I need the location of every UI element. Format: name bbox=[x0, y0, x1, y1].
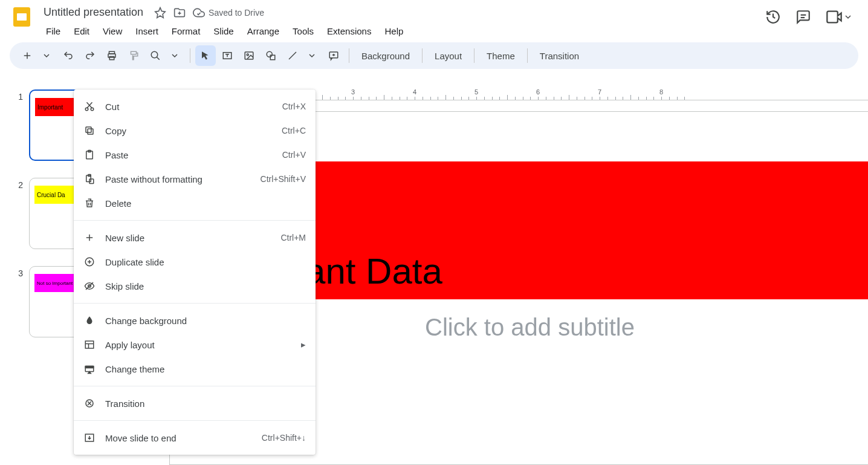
menu-arrange[interactable]: Arrange bbox=[241, 24, 285, 39]
menu-tools[interactable]: Tools bbox=[287, 24, 320, 39]
line-dropdown[interactable] bbox=[302, 45, 322, 66]
comment-tool[interactable] bbox=[323, 45, 344, 66]
ruler-label: 6 bbox=[536, 88, 540, 96]
background-button[interactable]: Background bbox=[354, 51, 417, 61]
slides-logo[interactable] bbox=[10, 5, 34, 29]
present-button[interactable] bbox=[826, 8, 851, 25]
context-menu-change-theme[interactable]: Change theme bbox=[74, 357, 316, 381]
context-menu-label: Change background bbox=[105, 316, 296, 326]
context-menu-copy[interactable]: Copy Ctrl+C bbox=[74, 119, 316, 143]
context-menu-label: Cut bbox=[105, 102, 273, 112]
svg-rect-46 bbox=[85, 366, 94, 368]
image-tool[interactable] bbox=[239, 45, 259, 66]
context-menu-label: Skip slide bbox=[105, 281, 296, 291]
shortcut-text: Ctrl+C bbox=[282, 126, 306, 135]
context-menu-delete[interactable]: Delete bbox=[74, 191, 316, 215]
svg-line-18 bbox=[289, 52, 296, 59]
menu-slide[interactable]: Slide bbox=[207, 24, 239, 39]
svg-rect-42 bbox=[85, 341, 94, 348]
duplicate-icon bbox=[83, 256, 96, 267]
delete-icon bbox=[83, 198, 96, 209]
context-menu-label: Paste without formatting bbox=[105, 174, 251, 184]
context-menu-paste-without-formatting[interactable]: Paste without formatting Ctrl+Shift+V bbox=[74, 167, 316, 191]
select-tool[interactable] bbox=[195, 45, 216, 66]
history-icon[interactable] bbox=[765, 9, 781, 25]
separator bbox=[527, 48, 528, 63]
doc-title-input[interactable]: Untitled presentation bbox=[40, 5, 147, 20]
textbox-tool[interactable] bbox=[217, 45, 238, 66]
theme-button[interactable]: Theme bbox=[479, 51, 522, 61]
submenu-arrow-icon: ▸ bbox=[301, 339, 306, 350]
star-icon[interactable] bbox=[154, 7, 166, 19]
svg-point-15 bbox=[247, 54, 248, 56]
menu-separator bbox=[74, 386, 316, 386]
toolbar: Background Layout Theme Transition bbox=[10, 42, 858, 69]
context-menu-move-slide-to-end[interactable]: Move slide to end Ctrl+Shift+↓ bbox=[74, 426, 316, 450]
copy-icon bbox=[83, 125, 96, 136]
transition-button[interactable]: Transition bbox=[533, 51, 586, 61]
ruler-label: 4 bbox=[413, 88, 416, 96]
cut-icon bbox=[83, 101, 96, 112]
line-tool[interactable] bbox=[282, 45, 303, 66]
shape-tool[interactable] bbox=[261, 45, 281, 66]
context-menu-transition[interactable]: Transition bbox=[74, 391, 316, 415]
layout-button[interactable]: Layout bbox=[427, 51, 469, 61]
menu-insert[interactable]: Insert bbox=[129, 24, 164, 39]
svg-point-22 bbox=[85, 108, 88, 111]
header-right bbox=[765, 5, 858, 25]
menu-extensions[interactable]: Extensions bbox=[321, 24, 377, 39]
menu-help[interactable]: Help bbox=[378, 24, 409, 39]
undo-button[interactable] bbox=[58, 45, 79, 66]
svg-point-16 bbox=[267, 51, 272, 57]
plus-icon bbox=[83, 232, 96, 243]
shortcut-text: Ctrl+Shift+V bbox=[261, 174, 306, 184]
paste-special-icon bbox=[83, 174, 96, 184]
comments-icon[interactable] bbox=[795, 9, 811, 25]
context-menu-label: Copy bbox=[105, 126, 272, 136]
menu-file[interactable]: File bbox=[40, 24, 66, 39]
new-slide-button[interactable] bbox=[17, 45, 37, 66]
context-menu-label: Move slide to end bbox=[105, 433, 252, 443]
context-menu-label: Duplicate slide bbox=[105, 257, 296, 267]
context-menu-change-background[interactable]: Change background bbox=[74, 308, 316, 333]
context-menu-skip-slide[interactable]: Skip slide bbox=[74, 274, 316, 298]
svg-point-23 bbox=[91, 108, 94, 111]
paint-format-button[interactable] bbox=[123, 45, 144, 66]
toolbar-container: Background Layout Theme Transition bbox=[0, 39, 868, 73]
redo-button[interactable] bbox=[80, 45, 100, 66]
menu-edit[interactable]: Edit bbox=[68, 24, 96, 39]
menu-format[interactable]: Format bbox=[166, 24, 207, 39]
separator bbox=[474, 48, 474, 63]
context-menu-new-slide[interactable]: New slide Ctrl+M bbox=[74, 226, 316, 250]
print-button[interactable] bbox=[102, 45, 122, 66]
menu-separator bbox=[74, 420, 316, 421]
shortcut-text: Ctrl+Shift+↓ bbox=[262, 433, 306, 443]
move-icon[interactable] bbox=[173, 7, 186, 19]
context-menu-label: Transition bbox=[105, 398, 296, 409]
menu-view[interactable]: View bbox=[97, 24, 128, 39]
context-menu-apply-layout[interactable]: Apply layout ▸ bbox=[74, 333, 316, 357]
separator bbox=[422, 48, 423, 63]
svg-rect-26 bbox=[88, 129, 93, 134]
zoom-button[interactable] bbox=[145, 45, 166, 66]
separator bbox=[349, 48, 349, 63]
context-menu-duplicate-slide[interactable]: Duplicate slide bbox=[74, 250, 316, 274]
paste-icon bbox=[83, 149, 96, 160]
skip-icon bbox=[83, 281, 96, 291]
separator bbox=[190, 48, 190, 63]
new-slide-dropdown[interactable] bbox=[36, 45, 57, 66]
slide-number: 1 bbox=[15, 89, 23, 102]
menu-separator bbox=[74, 303, 316, 304]
context-menu-paste[interactable]: Paste Ctrl+V bbox=[74, 143, 316, 167]
ruler-label: 5 bbox=[474, 88, 478, 96]
context-menu-cut[interactable]: Cut Ctrl+X bbox=[74, 94, 316, 119]
shortcut-text: Ctrl+X bbox=[282, 102, 306, 111]
menu-separator bbox=[74, 220, 316, 221]
theme-icon bbox=[83, 363, 96, 374]
slide-number: 3 bbox=[15, 266, 23, 278]
save-status[interactable]: Saved to Drive bbox=[193, 7, 264, 19]
zoom-dropdown[interactable] bbox=[164, 45, 185, 66]
svg-rect-27 bbox=[86, 127, 91, 132]
context-menu-label: Change theme bbox=[105, 364, 296, 374]
shortcut-text: Ctrl+V bbox=[282, 150, 306, 160]
